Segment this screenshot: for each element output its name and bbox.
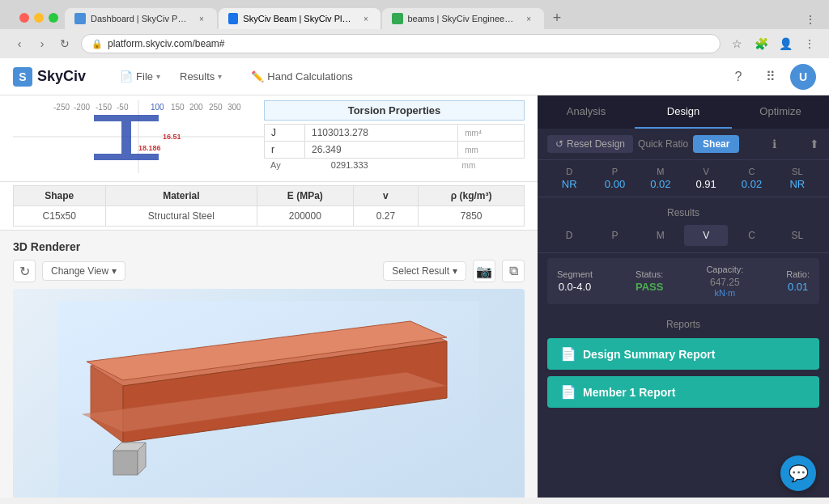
- tab-beam[interactable]: SkyCiv Beam | SkyCiv Platform ×: [219, 8, 380, 29]
- capacity-item: Capacity: 647.25 kN·m: [706, 265, 743, 298]
- hand-calculations-link[interactable]: ✏️ Hand Calculations: [243, 67, 361, 86]
- member-report-label: Member 1 Report: [583, 386, 675, 399]
- grid-icon[interactable]: ⠿: [758, 64, 784, 90]
- profile-icon[interactable]: 👤: [776, 34, 795, 53]
- col-v: v: [353, 186, 419, 206]
- optimize-tab-label: Optimize: [759, 105, 801, 117]
- refresh-button[interactable]: ↻: [55, 34, 74, 53]
- panel-export-button[interactable]: ⬆: [810, 138, 819, 150]
- reset-design-label: Reset Design: [567, 138, 625, 150]
- shape-material: Structural Steel: [105, 206, 257, 227]
- lock-icon: 🔒: [91, 39, 103, 49]
- shape-poisson: 0.27: [353, 206, 419, 227]
- result-tab-m[interactable]: M: [639, 225, 682, 246]
- browser-menu-icon[interactable]: ⋮: [798, 10, 823, 29]
- result-tab-p[interactable]: P: [593, 225, 636, 246]
- new-tab-button[interactable]: +: [546, 6, 568, 29]
- bookmark-icon[interactable]: ☆: [727, 34, 746, 53]
- status-value: PASS: [636, 281, 663, 293]
- demand-cell-p: P 0.00: [593, 167, 636, 190]
- analysis-tab-label: Analysis: [567, 105, 606, 117]
- doc-icon-member: 📄: [560, 384, 576, 400]
- back-button[interactable]: ‹: [10, 34, 29, 53]
- app-toolbar: S SkyCiv 📄 File ▾ Results ▾ ✏️ Hand Calc…: [0, 58, 829, 95]
- reports-section: Reports 📄 Design Summary Report 📄 Member…: [538, 309, 829, 414]
- results-tabs: D P M V C SL: [547, 225, 819, 246]
- window-minimize[interactable]: [34, 13, 44, 23]
- extensions-icon[interactable]: 🧩: [751, 34, 771, 53]
- select-result-button[interactable]: Select Result ▾: [383, 261, 466, 281]
- torsion-title: Torsion Properties: [264, 100, 525, 121]
- change-view-label: Change View: [51, 265, 108, 277]
- ratio-label: Ratio:: [786, 269, 810, 279]
- tab-close-dashboard[interactable]: ×: [196, 13, 207, 24]
- capacity-label: Capacity:: [706, 265, 743, 274]
- tab-optimize[interactable]: Optimize: [732, 95, 829, 129]
- tab-label-beam: SkyCiv Beam | SkyCiv Platform: [243, 14, 352, 23]
- reports-label: Reports: [547, 316, 819, 333]
- help-button[interactable]: ?: [725, 64, 751, 90]
- logo-icon: S: [13, 67, 32, 87]
- refresh-view-button[interactable]: ↻: [13, 260, 36, 282]
- status-item: Status: PASS: [636, 269, 663, 293]
- shape-table-section: Shape Material E (MPa) v ρ (kg/m³) C15x5…: [0, 182, 538, 231]
- change-view-button[interactable]: Change View ▾: [42, 261, 125, 281]
- ratio-item: Ratio: 0.01: [786, 269, 810, 293]
- tab-label-dashboard: Dashboard | SkyCiv Platform: [91, 14, 188, 23]
- results-chevron: ▾: [218, 72, 222, 81]
- reset-design-button[interactable]: ↺ Reset Design: [547, 135, 633, 153]
- forward-button[interactable]: ›: [32, 34, 52, 53]
- svg-rect-12: [121, 121, 131, 154]
- shape-name: C15x50: [14, 206, 106, 227]
- result-row: Segment 0.0-4.0 Status: PASS Capacity: 6…: [547, 258, 819, 304]
- svg-text:-150: -150: [96, 103, 112, 112]
- logo-text: SkyCiv: [37, 68, 86, 85]
- svg-rect-13: [94, 154, 159, 160]
- svg-text:16.51: 16.51: [163, 133, 181, 141]
- result-tab-v[interactable]: V: [684, 225, 728, 246]
- file-icon: 📄: [120, 70, 133, 83]
- tab-dashboard[interactable]: Dashboard | SkyCiv Platform ×: [65, 8, 217, 29]
- hand-calc-label: Hand Calculations: [267, 70, 353, 83]
- results-section: Results D P M V C SL: [538, 197, 829, 253]
- capacity-number: 647.25: [710, 277, 740, 288]
- tab-beams-eng[interactable]: beams | SkyCiv Engineering ×: [382, 8, 544, 29]
- copy-button[interactable]: ⧉: [502, 260, 525, 282]
- address-bar[interactable]: 🔒 platform.skyciv.com/beam#: [81, 34, 721, 53]
- svg-text:300: 300: [227, 103, 241, 112]
- svg-rect-22: [113, 451, 138, 475]
- menu-icon[interactable]: ⋮: [800, 34, 819, 53]
- quick-ratio-label[interactable]: Quick Ratio: [638, 138, 688, 150]
- tab-close-eng[interactable]: ×: [524, 13, 535, 24]
- demand-cell-m: M 0.02: [639, 167, 682, 190]
- member-report-button[interactable]: 📄 Member 1 Report: [547, 376, 819, 408]
- right-panel: Analysis Design Optimize ↺ Reset Design …: [538, 95, 829, 498]
- shear-badge[interactable]: Shear: [693, 135, 739, 153]
- svg-rect-11: [94, 115, 159, 121]
- status-label: Status:: [636, 269, 663, 279]
- nav-file[interactable]: 📄 File ▾: [112, 67, 168, 86]
- design-tab-label: Design: [667, 105, 699, 117]
- tab-analysis[interactable]: Analysis: [538, 95, 635, 129]
- tab-favicon-eng: [392, 13, 403, 24]
- svg-text:-200: -200: [74, 103, 90, 112]
- result-tab-c[interactable]: C: [729, 225, 773, 246]
- svg-text:-250: -250: [53, 103, 70, 112]
- select-result-chevron: ▾: [453, 265, 457, 277]
- tab-design[interactable]: Design: [635, 95, 732, 129]
- window-maximize[interactable]: [49, 13, 58, 23]
- nav-results[interactable]: Results ▾: [172, 67, 230, 86]
- panel-info-button[interactable]: ℹ: [772, 138, 776, 150]
- nav-file-label: File: [136, 70, 153, 83]
- tab-close-beam[interactable]: ×: [361, 13, 371, 24]
- design-summary-report-button[interactable]: 📄 Design Summary Report: [547, 338, 819, 370]
- svg-text:200: 200: [189, 103, 203, 112]
- screenshot-button[interactable]: 📷: [473, 260, 495, 282]
- svg-text:100: 100: [151, 103, 164, 112]
- result-tab-d[interactable]: D: [547, 225, 591, 246]
- user-avatar[interactable]: U: [790, 64, 816, 90]
- result-tab-sl[interactable]: SL: [776, 225, 819, 246]
- 3d-viewport[interactable]: [13, 289, 525, 498]
- chat-bubble-button[interactable]: 💬: [780, 455, 816, 491]
- window-close[interactable]: [19, 13, 29, 23]
